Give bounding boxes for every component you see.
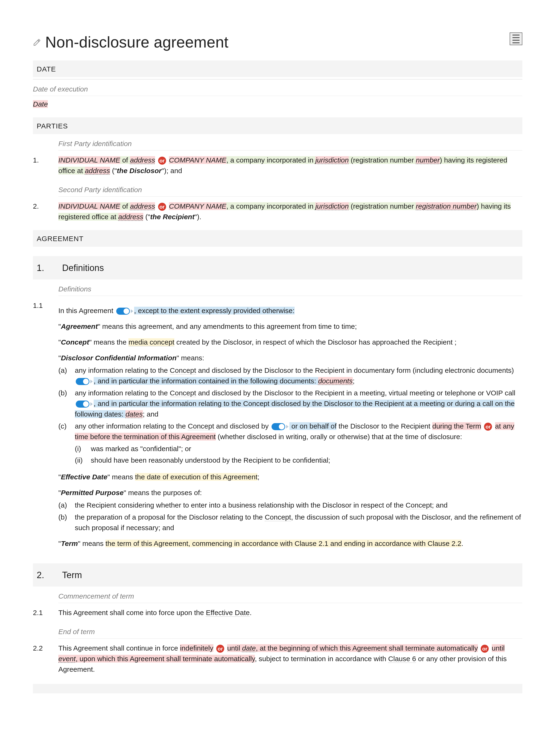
toc-button[interactable] bbox=[510, 32, 522, 45]
party2-desc: Second Party identification bbox=[58, 180, 522, 197]
party-2-number: 2. bbox=[33, 201, 52, 222]
edit-icon[interactable] bbox=[33, 38, 41, 46]
section-header-parties: PARTIES bbox=[33, 117, 522, 134]
toggle-include[interactable] bbox=[116, 308, 133, 315]
toggle-include[interactable] bbox=[76, 401, 93, 408]
document-title: Non-disclosure agreement bbox=[45, 31, 229, 54]
party-1-number: 1. bbox=[33, 155, 52, 176]
title-row: Non-disclosure agreement bbox=[33, 31, 522, 54]
term-desc-1: Commencement of term bbox=[58, 587, 522, 603]
section-header-date: DATE bbox=[33, 60, 522, 77]
party1-desc: First Party identification bbox=[58, 134, 522, 151]
or-pill[interactable]: or bbox=[158, 203, 166, 211]
party-2: 2. INDIVIDUAL NAME of address or COMPANY… bbox=[33, 201, 522, 222]
document-page: Non-disclosure agreement DATE Date of ex… bbox=[0, 0, 560, 736]
or-pill[interactable]: or bbox=[216, 645, 224, 653]
clause-2-1: 2.1 This Agreement shall come into force… bbox=[33, 607, 522, 618]
or-pill[interactable]: or bbox=[481, 645, 489, 653]
term-desc-2: End of term bbox=[58, 622, 522, 638]
definitions-desc: Definitions bbox=[58, 279, 522, 296]
article-2-header: 2. Term bbox=[33, 563, 522, 587]
permitted-purpose-list: (a)the Recipient considering whether to … bbox=[58, 500, 522, 533]
party-1: 1. INDIVIDUAL NAME of address or COMPANY… bbox=[33, 155, 522, 176]
or-pill[interactable]: or bbox=[158, 157, 166, 165]
date-value[interactable]: Date bbox=[33, 99, 522, 109]
date-desc: Date of execution bbox=[33, 80, 522, 96]
clause-2-2: 2.2 This Agreement shall continue in for… bbox=[33, 643, 522, 675]
toggle-include[interactable] bbox=[76, 378, 93, 385]
section-header-agreement: AGREEMENT bbox=[33, 230, 522, 247]
clause-1-1: 1.1 In this Agreement , except to the ex… bbox=[33, 300, 522, 554]
toggle-include[interactable] bbox=[272, 423, 288, 430]
dci-list: (a) any information relating to the Conc… bbox=[58, 365, 522, 466]
article-1-header: 1. Definitions bbox=[33, 256, 522, 279]
or-pill[interactable]: or bbox=[484, 423, 492, 431]
next-section-placeholder bbox=[33, 684, 522, 693]
